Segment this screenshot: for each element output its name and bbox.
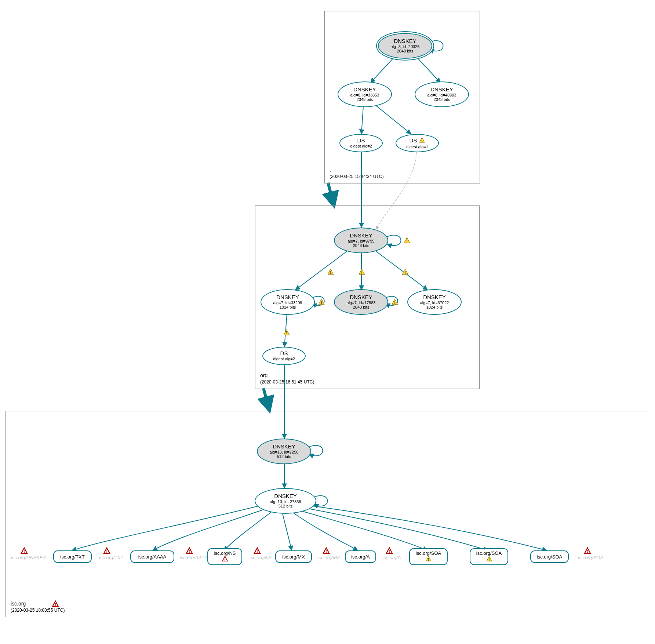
root-zsk1: DNSKEY alg=8, id=33853 2048 bits [338, 81, 392, 107]
warning-icon: ! [401, 268, 409, 276]
svg-text:!: ! [389, 549, 390, 553]
ghost-aaaa: isc.org/AAAA [180, 555, 208, 560]
node-sub: alg=8, id=33853 [350, 93, 379, 98]
isc-ksk: DNSKEY alg=13, id=7250 512 bits [257, 439, 311, 464]
node-title: DNSKEY [350, 294, 372, 301]
root-zsk2: DNSKEY alg=8, id=48903 2048 bits [415, 81, 469, 107]
zone-org-name: org [260, 372, 268, 378]
rrset-label: isc.org/TXT [60, 554, 84, 560]
ghost-a: isc.org/A [382, 555, 401, 560]
node-sub: 1024 bits [426, 305, 443, 310]
svg-text:!: ! [286, 331, 287, 335]
rrset-soa1: isc.org/SOA ! [409, 548, 448, 565]
ghost-soa: isc.org/SOA [578, 555, 603, 560]
node-sub: alg=7, id=37022 [420, 301, 449, 305]
node-title: DNSKEY [350, 233, 372, 239]
svg-text:!: ! [189, 549, 190, 553]
rrset-mx: isc.org/MX [275, 550, 312, 563]
rrset-ns: isc.org/NS ! [207, 548, 242, 565]
node-sub: 2048 bits [353, 305, 370, 310]
node-sub: digest alg=1 [406, 145, 428, 149]
zone-isc-timestamp: (2020-03-25 18:03:55 UTC) [11, 608, 65, 613]
rrset-label: isc.org/MX [282, 554, 305, 560]
warning-icon: ! [419, 137, 425, 145]
node-sub: alg=8, id=20326 [391, 44, 420, 49]
svg-text:!: ! [587, 549, 588, 553]
svg-text:!: ! [488, 557, 490, 561]
svg-text:!: ! [55, 602, 56, 607]
ghost-dnskey: isc.org/DNSKEY [11, 555, 46, 560]
svg-text:!: ! [224, 557, 225, 561]
rrset-label: isc.org/SOA [537, 554, 562, 560]
node-sub: 1024 bits [280, 305, 296, 310]
node-title: DNSKEY [353, 87, 376, 93]
rrset-label: isc.org/SOA [416, 550, 441, 556]
node-sub: alg=13, id=7250 [270, 450, 299, 455]
error-icon: ! [222, 556, 228, 563]
svg-text:!: ! [361, 270, 363, 274]
node-sub: 2048 bits [353, 243, 370, 248]
svg-text:!: ! [406, 239, 408, 243]
isc-zsk: DNSKEY alg=13, id=27566 512 bits [255, 488, 316, 514]
node-title: DS [280, 350, 288, 357]
error-icon: ! [583, 547, 592, 555]
node-sub: alg=7, id=33209 [273, 301, 302, 305]
node-title: DNSKEY [430, 87, 453, 93]
rrset-label: isc.org/A [351, 554, 370, 560]
rrset-aaaa: isc.org/AAAA [130, 550, 174, 563]
node-title: DS [410, 138, 417, 144]
zone-root-timestamp: (2020-03-25 15:44:34 UTC) [330, 174, 383, 179]
ghost-txt: isc.org/TXT [99, 555, 123, 560]
zone-isc [6, 411, 650, 617]
svg-text:!: ! [23, 549, 25, 553]
svg-text:!: ! [330, 270, 331, 274]
node-sub: 2048 bits [397, 49, 414, 54]
node-title: DS [357, 138, 365, 144]
node-sub: alg=7, id=17883 [347, 301, 376, 305]
node-title: DNSKEY [276, 294, 299, 301]
warning-icon: ! [486, 556, 492, 563]
root-ds1: DS digest alg=2 [339, 134, 383, 152]
ghost-mx: isc.org/MX [317, 555, 340, 560]
org-ksk: DNSKEY alg=7, id=9795 2048 bits [334, 228, 388, 253]
svg-text:!: ! [428, 557, 429, 561]
node-sub: digest alg=2 [273, 357, 295, 361]
ghost-ns: isc.org/NS [250, 555, 272, 560]
error-icon: ! [51, 600, 59, 608]
warning-icon: ! [283, 328, 291, 336]
node-sub: 2048 bits [357, 97, 373, 102]
warning-icon: ! [403, 236, 411, 244]
rrset-a: isc.org/A [345, 550, 376, 563]
root-ksk: DNSKEY alg=8, id=20326 2048 bits [378, 33, 432, 59]
rrset-label: isc.org/NS [214, 550, 236, 556]
rrset-label: isc.org/AAAA [138, 554, 167, 560]
zone-org-timestamp: (2020-03-25 16:51:45 UTC) [260, 379, 314, 385]
error-icon: ! [385, 547, 393, 555]
rrset-label: isc.org/SOA [476, 550, 502, 556]
node-title: DNSKEY [394, 38, 416, 44]
warning-icon: ! [327, 268, 335, 276]
node-title: DNSKEY [273, 444, 295, 450]
org-zsk2: DNSKEY alg=7, id=17883 2048 bits [334, 289, 388, 315]
node-title: DNSKEY [423, 294, 446, 301]
node-sub: alg=7, id=9795 [348, 239, 375, 244]
warning-icon: ! [317, 298, 325, 306]
warning-icon: ! [358, 268, 366, 276]
svg-text:!: ! [256, 549, 258, 553]
node-title: DNSKEY [274, 493, 297, 499]
svg-text:!: ! [325, 549, 327, 553]
svg-text:!: ! [404, 270, 406, 274]
rrset-soa2: isc.org/SOA ! [470, 548, 508, 565]
node-sub: 512 bits [279, 504, 293, 509]
node-sub: alg=13, id=27566 [270, 499, 301, 504]
error-icon: ! [253, 547, 261, 555]
error-icon: ! [185, 547, 193, 555]
rrset-txt: isc.org/TXT [53, 550, 92, 563]
svg-text:!: ! [422, 139, 423, 143]
node-sub: digest alg=2 [350, 144, 372, 149]
warning-icon: ! [391, 298, 399, 306]
warning-icon: ! [426, 556, 432, 563]
error-icon: ! [322, 547, 330, 555]
svg-text:!: ! [394, 300, 396, 305]
error-icon: ! [20, 547, 28, 555]
